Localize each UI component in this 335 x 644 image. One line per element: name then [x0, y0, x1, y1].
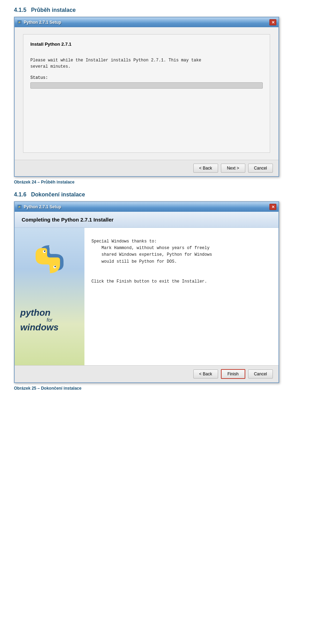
svg-text:P: P	[18, 205, 21, 209]
finish-text: Click the Finish button to exit the Inst…	[91, 279, 271, 284]
python-snake-logo	[32, 242, 67, 277]
python-word: python	[20, 308, 79, 317]
dialog1-body-text: Please wait while the Installer installs…	[30, 57, 263, 70]
completing-title: Completing the Python 2.7.1 Installer	[22, 217, 271, 223]
special-thanks-text: Special Windows thanks to: Mark Hammond,…	[91, 238, 271, 265]
back-button-1[interactable]: < Back	[193, 164, 218, 173]
svg-text:P: P	[18, 21, 21, 24]
back-button-2[interactable]: < Back	[193, 369, 218, 379]
section-415-heading: 4.1.5 Průběh instalace	[14, 7, 321, 13]
close-button-2[interactable]: ✕	[269, 204, 276, 210]
cancel-button-1[interactable]: Cancel	[248, 164, 273, 173]
windows-word: windows	[20, 323, 79, 332]
completing-body: python for windows Special Windows thank…	[15, 228, 278, 365]
svg-point-7	[54, 266, 56, 267]
titlebar-1: P Python 2.7.1 Setup ✕	[15, 17, 278, 27]
completing-header: Completing the Python 2.7.1 Installer	[15, 212, 278, 228]
python-titlebar-icon: P	[17, 20, 22, 25]
progress-bar-container	[30, 82, 263, 89]
finish-button[interactable]: Finish	[221, 369, 245, 379]
dialog2-footer: < Back Finish Cancel	[15, 365, 278, 382]
titlebar-2: P Python 2.7.1 Setup ✕	[15, 202, 278, 212]
caption-25: Obrázek 25 – Dokončení instalace	[14, 386, 321, 391]
dialog1-footer: < Back Next > Cancel	[15, 160, 278, 176]
close-button-1[interactable]: ✕	[269, 19, 276, 25]
dialog2-title: Python 2.7.1 Setup	[24, 204, 61, 209]
section-416-heading: 4.1.6 Dokončení instalace	[14, 192, 321, 198]
dialog1-title: Python 2.7.1 Setup	[24, 20, 61, 25]
status-label: Status:	[30, 75, 263, 80]
dialog1-content: Install Python 2.7.1 Please wait while t…	[15, 27, 278, 160]
caption-24: Obrázek 24 – Průběh instalace	[14, 180, 321, 185]
completing-main: Special Windows thanks to: Mark Hammond,…	[84, 228, 278, 365]
next-button-1[interactable]: Next >	[221, 164, 245, 173]
completing-sidebar: python for windows	[15, 228, 84, 365]
completing-dialog: P Python 2.7.1 Setup ✕ Completing the Py…	[14, 201, 279, 383]
python-titlebar-icon-2: P	[17, 204, 22, 210]
svg-point-5	[44, 250, 45, 252]
cancel-button-2[interactable]: Cancel	[248, 369, 273, 379]
dialog1-main-title: Install Python 2.7.1	[30, 42, 263, 47]
install-dialog: P Python 2.7.1 Setup ✕ Install Python 2.…	[14, 17, 279, 177]
dialog2-content: Completing the Python 2.7.1 Installer	[15, 212, 278, 365]
